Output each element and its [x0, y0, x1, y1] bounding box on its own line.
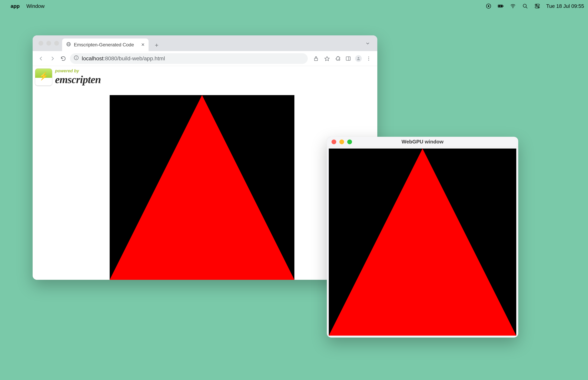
- menubar-right: Tue 18 Jul 09:55: [485, 3, 584, 9]
- window-close-button[interactable]: [38, 41, 43, 46]
- url-text: localhost:8080/build-web/app.html: [82, 56, 165, 62]
- svg-point-25: [368, 60, 369, 60]
- svg-point-24: [368, 58, 369, 59]
- svg-point-11: [538, 7, 539, 8]
- screen-recording-icon[interactable]: [485, 3, 492, 9]
- tab-close-icon[interactable]: ✕: [141, 42, 145, 47]
- forward-button[interactable]: [48, 54, 57, 63]
- svg-marker-26: [110, 95, 294, 280]
- menubar-clock[interactable]: Tue 18 Jul 09:55: [546, 3, 584, 9]
- svg-point-22: [358, 57, 359, 58]
- native-traffic-lights: [332, 139, 352, 144]
- svg-rect-10: [535, 7, 540, 8]
- reload-button[interactable]: [59, 54, 68, 63]
- back-button[interactable]: [37, 54, 46, 63]
- svg-rect-20: [346, 57, 350, 60]
- webgpu-canvas-web[interactable]: [110, 95, 294, 280]
- window-zoom-button[interactable]: [347, 139, 352, 144]
- svg-marker-27: [329, 149, 516, 336]
- extensions-icon[interactable]: [334, 54, 342, 63]
- window-minimize-button[interactable]: [339, 139, 344, 144]
- chrome-toolbar: localhost:8080/build-web/app.html: [33, 51, 377, 66]
- svg-point-5: [513, 7, 513, 8]
- side-panel-icon[interactable]: [344, 54, 353, 63]
- emscripten-logo-text: powered by emscripten: [55, 68, 101, 86]
- svg-line-7: [526, 7, 528, 8]
- battery-icon[interactable]: [497, 3, 504, 9]
- svg-point-1: [488, 5, 490, 7]
- menubar-left: app Window: [4, 3, 45, 9]
- globe-icon: [66, 42, 71, 48]
- emscripten-logo: powered by emscripten: [35, 68, 101, 86]
- menu-window[interactable]: Window: [26, 3, 44, 9]
- tab-title: Emscripten-Generated Code: [74, 42, 134, 48]
- native-window-title: WebGPU window: [327, 139, 518, 145]
- window-zoom-button[interactable]: [54, 41, 59, 46]
- url-path: :8080/build-web/app.html: [104, 56, 165, 61]
- window-close-button[interactable]: [332, 139, 336, 144]
- svg-marker-19: [325, 57, 329, 61]
- webgpu-canvas-native[interactable]: [329, 149, 516, 336]
- browser-tab[interactable]: Emscripten-Generated Code ✕: [62, 38, 149, 51]
- share-icon[interactable]: [312, 54, 320, 63]
- chrome-traffic-lights: [38, 41, 59, 46]
- site-info-icon[interactable]: [74, 55, 79, 62]
- emscripten-name: emscripten: [55, 74, 101, 86]
- bookmark-star-icon[interactable]: [323, 54, 331, 63]
- svg-rect-8: [535, 4, 540, 6]
- emscripten-badge-icon: [35, 68, 52, 86]
- spotlight-icon[interactable]: [522, 3, 529, 9]
- svg-rect-3: [503, 5, 504, 7]
- native-titlebar: WebGPU window: [327, 137, 518, 147]
- emscripten-powered-by: powered by: [55, 68, 101, 74]
- red-triangle-icon: [110, 95, 294, 280]
- avatar-icon: [355, 55, 362, 62]
- profile-button[interactable]: [354, 54, 363, 63]
- active-app-name[interactable]: app: [11, 3, 20, 9]
- chrome-tabstrip: Emscripten-Generated Code ✕ ＋: [33, 35, 377, 51]
- svg-point-6: [523, 4, 526, 7]
- red-triangle-icon: [329, 149, 516, 336]
- toolbar-actions: [312, 54, 373, 63]
- macos-menubar: app Window Tue 18 Jul 09:55: [0, 0, 588, 12]
- page-content: powered by emscripten: [33, 66, 377, 280]
- new-tab-button[interactable]: ＋: [151, 39, 163, 51]
- kebab-menu-icon[interactable]: [364, 54, 373, 63]
- window-minimize-button[interactable]: [46, 41, 51, 46]
- address-bar[interactable]: localhost:8080/build-web/app.html: [70, 53, 308, 64]
- control-center-icon[interactable]: [534, 3, 541, 9]
- tab-list-button[interactable]: [365, 41, 370, 47]
- svg-point-9: [536, 4, 537, 5]
- native-window: WebGPU window: [327, 137, 518, 338]
- svg-point-23: [368, 57, 369, 57]
- chrome-window: Emscripten-Generated Code ✕ ＋ localhost:…: [33, 35, 377, 280]
- url-host: localhost: [82, 56, 104, 61]
- svg-point-17: [76, 57, 76, 57]
- wifi-icon[interactable]: [510, 3, 516, 9]
